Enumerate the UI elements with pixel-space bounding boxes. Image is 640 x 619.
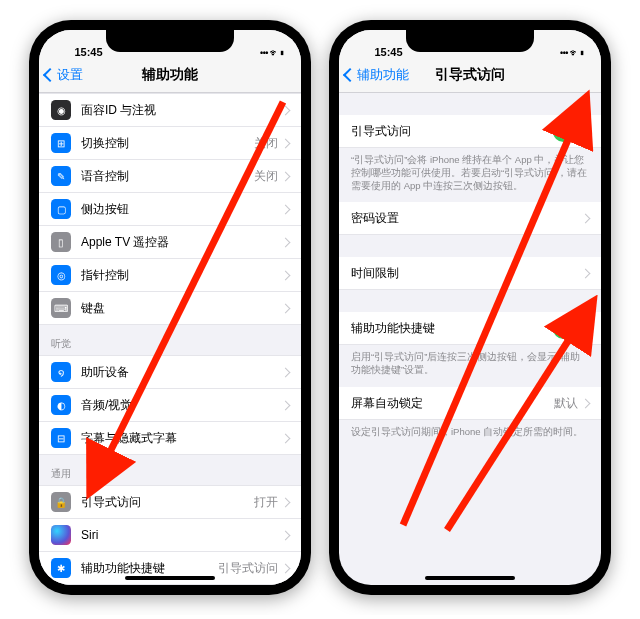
- chevron-right-icon: [281, 563, 291, 573]
- settings-row[interactable]: ⊟字幕与隐藏式字幕: [39, 422, 301, 455]
- row-label: 侧边按钮: [81, 201, 282, 218]
- content-left: ◉面容ID 与注视⊞切换控制关闭✎语音控制关闭▢侧边按钮▯Apple TV 遥控…: [39, 93, 301, 585]
- chevron-right-icon: [281, 138, 291, 148]
- settings-row[interactable]: ⊞切换控制关闭: [39, 127, 301, 160]
- row-label: 音频/视觉: [81, 397, 282, 414]
- settings-row[interactable]: 🔒引导式访问打开: [39, 485, 301, 519]
- chevron-right-icon: [281, 433, 291, 443]
- guided-icon: 🔒: [51, 492, 71, 512]
- row-label: 辅助功能快捷键: [81, 560, 218, 577]
- chevron-right-icon: [281, 171, 291, 181]
- status-time: 15:45: [55, 46, 116, 58]
- row-label: 引导式访问: [81, 494, 254, 511]
- back-button[interactable]: 设置: [45, 58, 83, 92]
- chevron-right-icon: [581, 398, 591, 408]
- group-mobility: ◉面容ID 与注视⊞切换控制关闭✎语音控制关闭▢侧边按钮▯Apple TV 遥控…: [39, 93, 301, 325]
- row-value: 默认: [554, 395, 578, 412]
- row-label: 面容ID 与注视: [81, 102, 282, 119]
- nav-bar: 设置 辅助功能: [39, 58, 301, 93]
- nav-title: 辅助功能: [142, 66, 198, 84]
- chevron-right-icon: [281, 105, 291, 115]
- notch: [406, 30, 534, 52]
- toggle-on-icon[interactable]: [553, 318, 589, 339]
- status-icons: ••• ᯤ ▮: [230, 48, 285, 58]
- chevron-right-icon: [281, 237, 291, 247]
- hearing-icon: ໑: [51, 362, 71, 382]
- captions-icon: ⊟: [51, 428, 71, 448]
- row-label: 字幕与隐藏式字幕: [81, 430, 282, 447]
- settings-row[interactable]: ◉面容ID 与注视: [39, 93, 301, 127]
- row-autolock[interactable]: 屏幕自动锁定 默认: [339, 387, 601, 420]
- group-header-general: 通用: [39, 455, 301, 485]
- settings-row[interactable]: ✎语音控制关闭: [39, 160, 301, 193]
- settings-row[interactable]: ▢侧边按钮: [39, 193, 301, 226]
- row-label: 密码设置: [351, 210, 582, 227]
- status-time: 15:45: [355, 46, 416, 58]
- back-label: 辅助功能: [357, 66, 409, 84]
- settings-row[interactable]: Siri: [39, 519, 301, 552]
- row-label: Apple TV 遥控器: [81, 234, 282, 251]
- content-right: 引导式访问 “引导式访问”会将 iPhone 维持在单个 App 中，并让您控制…: [339, 93, 601, 585]
- row-label: 时间限制: [351, 265, 582, 282]
- footer-shortcut: 启用“引导式访问”后连按三次侧边按钮，会显示“辅助功能快捷键”设置。: [339, 345, 601, 387]
- group-general: 🔒引导式访问打开Siri✱辅助功能快捷键引导式访问: [39, 485, 301, 585]
- row-label: 切换控制: [81, 135, 254, 152]
- row-label: 指针控制: [81, 267, 282, 284]
- row-label: 助听设备: [81, 364, 282, 381]
- tv-remote-icon: ▯: [51, 232, 71, 252]
- chevron-left-icon: [43, 68, 57, 82]
- nav-title: 引导式访问: [435, 66, 505, 84]
- face-id-icon: ◉: [51, 100, 71, 120]
- chevron-left-icon: [343, 68, 357, 82]
- back-button[interactable]: 辅助功能: [345, 58, 409, 92]
- pointer-icon: ◎: [51, 265, 71, 285]
- chevron-right-icon: [281, 530, 291, 540]
- row-label: 语音控制: [81, 168, 254, 185]
- chevron-right-icon: [281, 367, 291, 377]
- toggle-on-icon[interactable]: [553, 121, 589, 142]
- nav-bar: 辅助功能 引导式访问: [339, 58, 601, 93]
- chevron-right-icon: [281, 303, 291, 313]
- keyboard-icon: ⌨: [51, 298, 71, 318]
- settings-row[interactable]: ◎指针控制: [39, 259, 301, 292]
- group-hearing: ໑助听设备◐音频/视觉⊟字幕与隐藏式字幕: [39, 355, 301, 455]
- chevron-right-icon: [281, 400, 291, 410]
- shortcut-icon: ✱: [51, 558, 71, 578]
- row-label: 屏幕自动锁定: [351, 395, 554, 412]
- row-value: 关闭: [254, 168, 278, 185]
- chevron-right-icon: [281, 270, 291, 280]
- footer-autolock: 设定引导式访问期间，iPhone 自动锁定所需的时间。: [339, 420, 601, 449]
- chevron-right-icon: [281, 497, 291, 507]
- chevron-right-icon: [581, 213, 591, 223]
- voice-icon: ✎: [51, 166, 71, 186]
- group-header-hearing: 听觉: [39, 325, 301, 355]
- row-value: 关闭: [254, 135, 278, 152]
- phone-frame-right: 15:45 ••• ᯤ ▮ 辅助功能 引导式访问 引导式访问 “引导式访问”会将…: [329, 20, 611, 595]
- chevron-right-icon: [281, 204, 291, 214]
- switch-icon: ⊞: [51, 133, 71, 153]
- notch: [106, 30, 234, 52]
- settings-row[interactable]: ▯Apple TV 遥控器: [39, 226, 301, 259]
- row-label: 引导式访问: [351, 123, 553, 140]
- row-time-limit[interactable]: 时间限制: [339, 257, 601, 290]
- screen-right: 15:45 ••• ᯤ ▮ 辅助功能 引导式访问 引导式访问 “引导式访问”会将…: [339, 30, 601, 585]
- row-value: 引导式访问: [218, 560, 278, 577]
- chevron-right-icon: [581, 268, 591, 278]
- row-guided-access-toggle[interactable]: 引导式访问: [339, 115, 601, 148]
- row-label: 键盘: [81, 300, 282, 317]
- row-shortcut-toggle[interactable]: 辅助功能快捷键: [339, 312, 601, 345]
- home-indicator[interactable]: [125, 576, 215, 580]
- side-btn-icon: ▢: [51, 199, 71, 219]
- home-indicator[interactable]: [425, 576, 515, 580]
- status-icons: ••• ᯤ ▮: [530, 48, 585, 58]
- screen-left: 15:45 ••• ᯤ ▮ 设置 辅助功能 ◉面容ID 与注视⊞切换控制关闭✎语…: [39, 30, 301, 585]
- row-label: 辅助功能快捷键: [351, 320, 553, 337]
- settings-row[interactable]: ໑助听设备: [39, 355, 301, 389]
- back-label: 设置: [57, 66, 83, 84]
- row-password[interactable]: 密码设置: [339, 202, 601, 235]
- settings-row[interactable]: ⌨键盘: [39, 292, 301, 325]
- audio-icon: ◐: [51, 395, 71, 415]
- footer-guided: “引导式访问”会将 iPhone 维持在单个 App 中，并让您控制哪些功能可供…: [339, 148, 601, 202]
- settings-row[interactable]: ◐音频/视觉: [39, 389, 301, 422]
- settings-row[interactable]: ✱辅助功能快捷键引导式访问: [39, 552, 301, 585]
